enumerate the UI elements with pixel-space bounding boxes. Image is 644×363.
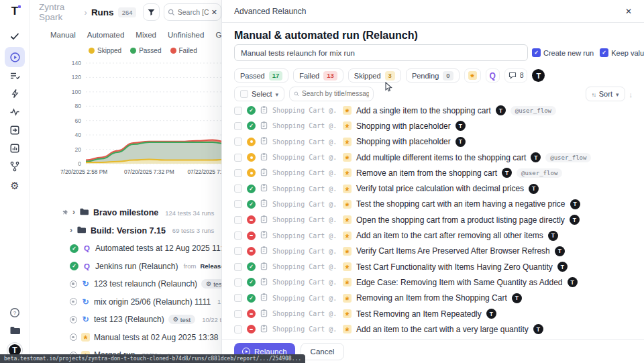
test-title[interactable]: Verify total price calculation with deci… [356,184,524,193]
runs-folder-row[interactable]: ›Bravo milestone124 tests 34 runs [60,204,247,222]
filter-automated-pill[interactable] [486,68,500,83]
create-new-run-checkbox[interactable]: Create new run [532,48,594,57]
run-title[interactable]: Manual tests at 02 Aug 2025 13:38 [94,333,218,342]
sidebar-item-tests[interactable] [0,28,30,46]
test-row[interactable]: Shopping Cart @...Shopping with placehol… [234,134,630,150]
sidebar-item-plans[interactable] [0,68,30,86]
test-title[interactable]: Test the shopping cart with an item havi… [356,199,566,209]
filter-skipped-pill[interactable]: Skipped3 [348,68,401,83]
breadcrumb-section[interactable]: Runs [91,7,114,17]
app-logo-icon[interactable] [0,0,30,23]
run-row[interactable]: Jenkins run (Relaunch)fromRelease Run 1.… [60,258,247,276]
row-checkbox[interactable] [234,294,242,302]
run-row[interactable]: mix origin 25/06 (Relaunch) 111115/33 te… [60,293,247,311]
filter-failed-pill[interactable]: Failed13 [293,68,343,83]
test-row[interactable]: Shopping Cart @...Add an item to the car… [234,321,630,337]
test-row[interactable]: Shopping Cart @...Test the shopping cart… [234,197,630,212]
header-search-input[interactable] [178,8,209,16]
test-title[interactable]: Shopping with placeholder [356,121,451,131]
test-title[interactable]: Test Removing an Item Repeatedly [356,309,482,319]
test-row[interactable]: Shopping Cart @...Add multiple different… [234,150,630,165]
folder-name[interactable]: Build: Version 7.15 [91,226,166,236]
tests-search-input[interactable] [302,90,369,97]
runs-folder-row[interactable]: ›Build: Version 7.1569 tests 3 runs [60,222,247,240]
row-checkbox[interactable] [234,107,242,115]
row-checkbox[interactable] [234,185,242,193]
run-title[interactable]: Jenkins run (Relaunch) [95,262,178,271]
clear-search-icon[interactable] [211,8,217,17]
sidebar-item-export[interactable] [0,122,30,140]
filter-passed-pill[interactable]: Passed17 [234,68,288,83]
sidebar-item-settings[interactable]: ⚙ [0,176,30,195]
sort-dropdown[interactable]: Sort [586,87,625,101]
row-checkbox[interactable] [234,169,242,177]
checkbox-checked-icon[interactable] [600,48,608,57]
test-row[interactable]: Shopping Cart @...Test Removing an Item … [234,306,630,321]
test-title[interactable]: Edge Case: Removing Item with Same Quant… [356,278,563,287]
test-row[interactable]: Shopping Cart @...Edge Case: Removing It… [234,274,630,290]
run-row[interactable]: 123 test relaunch (Relaunch)test15/23 te… [60,275,247,293]
test-title[interactable]: Remove an item from the shopping cart [356,168,497,178]
sidebar-item-branches[interactable] [0,158,30,176]
test-title[interactable]: Add an item to the cart after removing a… [356,231,543,240]
close-icon[interactable] [625,7,632,16]
row-checkbox[interactable] [234,325,242,333]
test-row[interactable]: Shopping Cart @...Add an item to the car… [234,227,630,243]
sidebar-item-pulse[interactable] [0,86,30,104]
folder-name[interactable]: Bravo milestone [93,208,158,217]
checkbox-checked-icon[interactable] [532,48,541,57]
download-icon[interactable] [629,88,633,100]
tests-search[interactable] [289,87,374,101]
sidebar-item-analytics[interactable] [0,104,30,122]
help-icon[interactable]: ? [9,307,20,321]
row-checkbox[interactable] [234,154,242,162]
assignee-avatar[interactable]: T [532,69,545,82]
row-checkbox[interactable] [234,263,242,271]
tab-mixed[interactable]: Mixed [136,31,156,39]
run-title[interactable]: mix origin 25/06 (Relaunch) 1111 [94,297,211,307]
sidebar-item-reports[interactable] [0,140,30,158]
tab-automated[interactable]: Automated [87,31,125,39]
test-title[interactable]: Add a single item to the shopping cart [356,106,491,115]
run-title[interactable]: test 123 (Relaunch) [94,315,164,324]
run-row[interactable]: Automated tests at 12 Aug 2025 11:08 (Re… [60,240,247,258]
row-checkbox[interactable] [234,231,242,240]
keep-values-checkbox[interactable]: Keep values [600,48,644,57]
row-checkbox[interactable] [234,247,242,255]
filter-manual-pill[interactable] [464,68,481,83]
test-title[interactable]: Add an item to the cart with a very larg… [356,325,529,334]
test-row[interactable]: Shopping Cart @...Shopping with placehol… [234,118,630,134]
test-row[interactable]: Shopping Cart @...Add a single item to t… [234,103,630,118]
test-title[interactable]: Add multiple different items to the shop… [356,153,526,162]
test-title[interactable]: Removing an Item from the Shopping Cart [356,293,507,303]
test-row[interactable]: Shopping Cart @...Remove an item from th… [234,165,630,180]
filter-pending-pill[interactable]: Pending0 [406,68,460,83]
test-title[interactable]: Shopping with placeholder [356,137,451,146]
run-title[interactable]: 123 test relaunch (Relaunch) [94,279,197,289]
test-row[interactable]: Shopping Cart @...Test Cart Functionalit… [234,259,630,274]
breadcrumb-project[interactable]: Zyntra Spark [39,2,80,22]
run-row[interactable]: Manual tests at 02 Aug 2025 13:38fromCus… [60,329,247,347]
select-all-checkbox[interactable] [240,90,248,98]
run-row[interactable]: test 123 (Relaunch)test10/22 tests [60,311,247,329]
test-title[interactable]: Verify Cart Items Are Preserved After Br… [356,246,550,256]
tab-unfinished[interactable]: Unfinished [168,31,204,39]
projects-folder-icon[interactable] [9,325,21,338]
row-checkbox[interactable] [234,216,242,224]
chevron-right-icon[interactable]: › [72,207,75,217]
tab-manual[interactable]: Manual [50,31,76,39]
test-row[interactable]: Shopping Cart @...Verify total price cal… [234,180,630,196]
header-search[interactable] [164,3,221,21]
row-checkbox[interactable] [234,122,242,130]
row-checkbox[interactable] [234,278,242,287]
test-row[interactable]: Shopping Cart @...Open the shopping cart… [234,212,630,227]
row-checkbox[interactable] [234,138,242,146]
cancel-button[interactable]: Cancel [301,343,345,360]
select-dropdown[interactable]: Select [234,87,284,101]
row-checkbox[interactable] [234,200,242,208]
row-checkbox[interactable] [234,310,242,318]
test-row[interactable]: Shopping Cart @...Removing an Item from … [234,291,630,306]
chevron-right-icon[interactable]: › [70,225,72,235]
filter-comments-pill[interactable]: 8 [504,68,528,83]
test-title[interactable]: Open the shopping cart from a product li… [356,215,565,225]
